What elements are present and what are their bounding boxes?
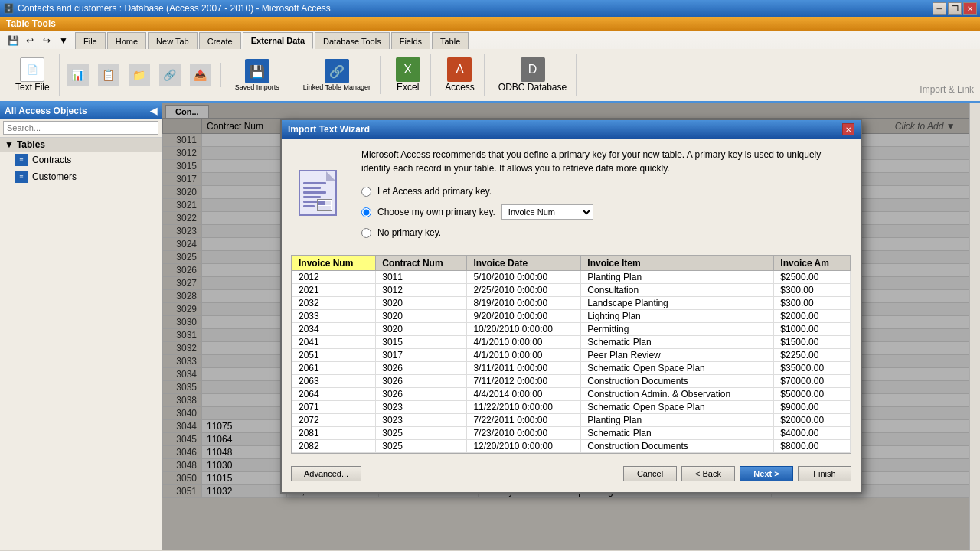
preview-table-cell: 2032 [292, 297, 376, 310]
preview-table-cell: 3017 [376, 349, 467, 362]
sidebar-collapse-icon[interactable]: ◀ [150, 106, 157, 116]
search-input[interactable] [3, 121, 158, 135]
preview-table-cell: 2081 [292, 427, 376, 440]
radio-let-access-input[interactable] [361, 187, 371, 197]
sidebar-section-tables[interactable]: ▼ Tables [0, 138, 162, 152]
saved-imports-icon: 💾 [245, 59, 270, 83]
import-wizard-modal: Import Text Wizard ✕ [280, 119, 862, 494]
preview-table-cell: Construction Admin. & Observation [581, 388, 774, 401]
tab-fields[interactable]: Fields [391, 32, 430, 49]
import-icon-4[interactable]: 🔗 [156, 63, 184, 87]
undo-qat-button[interactable]: ↩ [23, 34, 37, 47]
tab-table[interactable]: Table [432, 32, 469, 49]
preview-table-cell: 7/11/2012 0:00:00 [467, 375, 581, 388]
linked-table-button[interactable]: 🔗 Linked Table Manager [300, 57, 374, 93]
primary-key-select[interactable]: Invoice Num [501, 204, 593, 220]
radio-no-key[interactable]: No primary key. [361, 226, 851, 240]
preview-table-cell: 3020 [376, 323, 467, 336]
tab-external-data[interactable]: External Data [243, 32, 313, 49]
preview-table-cell: 8/19/2010 0:00:00 [467, 297, 581, 310]
modal-description-text: Microsoft Access recommends that you def… [361, 148, 851, 175]
cancel-button[interactable]: Cancel [623, 466, 677, 481]
ribbon-tabs: 💾 ↩ ↪ ▼ File Home New Tab Create Externa… [0, 31, 980, 49]
preview-table-row: 202130122/25/2010 0:00:00Consultation$30… [292, 284, 851, 297]
radio-choose-own[interactable]: Choose my own primary key. Invoice Num [361, 204, 851, 220]
context-label: Table Tools [6, 18, 56, 29]
radio-let-access[interactable]: Let Access add primary key. [361, 184, 851, 198]
preview-table-cell: $300.00 [774, 284, 851, 297]
preview-table-cell: 2082 [292, 440, 376, 453]
access-label: Access [445, 82, 475, 93]
radio-no-key-input[interactable] [361, 228, 371, 238]
preview-table-cell: 4/1/2010 0:00:00 [467, 349, 581, 362]
preview-table-cell: 12/20/2010 0:00:00 [467, 440, 581, 453]
preview-table-cell: 2063 [292, 375, 376, 388]
preview-table-cell: 4/1/2010 0:00:00 [467, 336, 581, 349]
odbc-button[interactable]: D ODBC Database [495, 56, 570, 94]
title-bar-left: 🗄️ Contacts and customers : Database (Ac… [3, 3, 331, 14]
preview-table-cell: $9000.00 [774, 401, 851, 414]
excel-button[interactable]: X Excel [393, 56, 423, 94]
excel-label: Excel [397, 82, 419, 93]
text-file-button[interactable]: 📄 Text File [12, 56, 53, 94]
saved-imports-button[interactable]: 💾 Saved Imports [232, 57, 283, 93]
preview-table-cell: 2012 [292, 271, 376, 284]
back-button[interactable]: < Back [681, 466, 735, 481]
tab-home[interactable]: Home [107, 32, 146, 49]
preview-table-row: 206430264/4/2014 0:00:00Construction Adm… [292, 388, 851, 401]
preview-table-cell: $2000.00 [774, 310, 851, 323]
preview-table-cell: Consultation [581, 284, 774, 297]
restore-button[interactable]: ❐ [948, 2, 962, 15]
import-icon-2[interactable]: 📋 [95, 63, 122, 87]
preview-table-cell: 3/11/2011 0:00:00 [467, 362, 581, 375]
sidebar-header: All Access Objects ◀ [0, 103, 162, 119]
odbc-label: ODBC Database [498, 82, 567, 93]
preview-col-invoice-amount: Invoice Am [774, 256, 851, 271]
import-icon-3[interactable]: 📁 [126, 63, 153, 87]
preview-table-cell: 2021 [292, 284, 376, 297]
preview-table-row: 201230115/10/2010 0:00:00Planting Plan$2… [292, 271, 851, 284]
access-button[interactable]: A Access [442, 56, 478, 94]
customers-label: Customers [32, 171, 77, 182]
ribbon-content: 📄 Text File 📊 📋 📁 🔗 📤 💾 [0, 49, 980, 103]
modal-close-button[interactable]: ✕ [842, 123, 854, 135]
save-qat-button[interactable]: 💾 [6, 34, 20, 47]
primary-key-dropdown-area: Invoice Num [501, 204, 593, 220]
contracts-label: Contracts [32, 155, 71, 165]
ribbon: 💾 ↩ ↪ ▼ File Home New Tab Create Externa… [0, 31, 980, 103]
import-icon-5[interactable]: 📤 [187, 63, 214, 87]
preview-table-cell: Peer Plan Review [581, 349, 774, 362]
radio-no-key-label: No primary key. [377, 226, 441, 240]
import-icon-1[interactable]: 📊 [64, 63, 92, 87]
ribbon-group-odbc: D ODBC Database [489, 54, 577, 96]
preview-table-cell: 2051 [292, 349, 376, 362]
tab-create[interactable]: Create [199, 32, 241, 49]
advanced-button[interactable]: Advanced... [291, 466, 361, 481]
next-button[interactable]: Next > [740, 466, 793, 481]
radio-choose-own-input[interactable] [361, 207, 371, 217]
more-qat-button[interactable]: ▼ [57, 34, 70, 47]
preview-table-cell: 11/22/2010 0:00:00 [467, 401, 581, 414]
preview-table-cell: Landscape Planting [581, 297, 774, 310]
preview-table-cell: 3026 [376, 362, 467, 375]
redo-qat-button[interactable]: ↪ [40, 34, 54, 47]
tab-new-tab[interactable]: New Tab [148, 32, 198, 49]
ribbon-group-linked-table: 🔗 Linked Table Manager [294, 56, 381, 94]
tab-file[interactable]: File [75, 32, 106, 49]
finish-button[interactable]: Finish [798, 466, 851, 481]
quick-access-toolbar: 💾 ↩ ↪ ▼ [3, 32, 74, 49]
preview-table-cell: 3023 [376, 414, 467, 427]
import-link-group-label: Import & Link [920, 84, 974, 95]
minimize-button[interactable]: ─ [933, 2, 946, 15]
radio-choose-own-label: Choose my own primary key. [377, 205, 495, 219]
preview-table-cell: $2250.00 [774, 349, 851, 362]
preview-table-cell: 2041 [292, 336, 376, 349]
preview-table: Invoice Num Contract Num Invoice Date In… [292, 256, 851, 453]
sidebar-item-contracts[interactable]: ≡ Contracts [0, 152, 162, 168]
sidebar-item-customers[interactable]: ≡ Customers [0, 168, 162, 185]
preview-table-cell: Lighting Plan [581, 310, 774, 323]
contracts-table-icon: ≡ [15, 154, 28, 166]
close-button[interactable]: ✕ [963, 2, 977, 15]
preview-table-row: 2082302512/20/2010 0:00:00Construction D… [292, 440, 851, 453]
tab-database-tools[interactable]: Database Tools [315, 32, 390, 49]
